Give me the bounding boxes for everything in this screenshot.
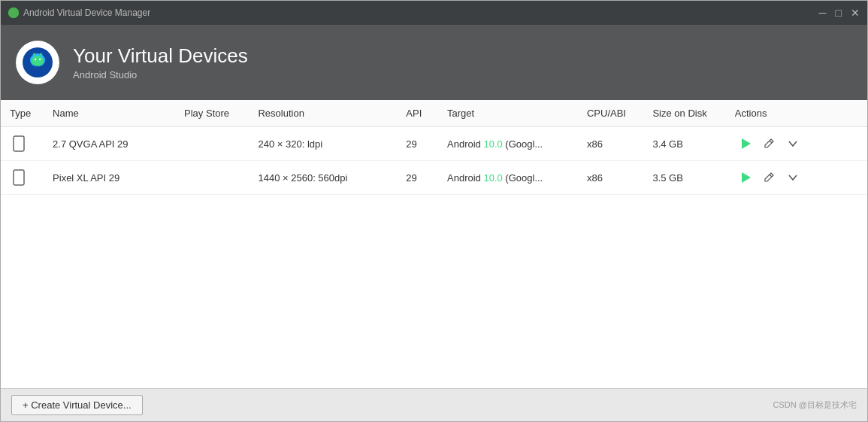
launch-button[interactable] — [735, 135, 756, 153]
target-prefix: Android — [447, 172, 483, 184]
create-virtual-device-button[interactable]: + Create Virtual Device... — [11, 395, 143, 415]
target-prefix: Android — [447, 138, 483, 150]
close-button[interactable]: ✕ — [851, 8, 860, 18]
svg-line-16 — [770, 141, 772, 143]
window-controls: ─ □ ✕ — [819, 8, 860, 18]
header: Your Virtual Devices Android Studio — [1, 25, 867, 100]
cell-playstore — [175, 161, 249, 195]
table-row: Pixel XL API 291440 × 2560: 560dpi29Andr… — [1, 161, 867, 195]
col-header-name: Name — [44, 100, 175, 127]
cell-type — [1, 127, 44, 161]
cell-cpu: x86 — [578, 127, 643, 161]
svg-marker-15 — [742, 138, 751, 149]
edit-button[interactable] — [758, 168, 779, 187]
cell-api: 29 — [397, 127, 438, 161]
edit-icon — [763, 172, 775, 184]
cell-playstore — [175, 127, 249, 161]
main-content: Type Name Play Store Resolution API Targ… — [1, 100, 867, 388]
header-text: Your Virtual Devices Android Studio — [73, 44, 248, 80]
play-icon — [739, 172, 752, 184]
cell-api: 29 — [397, 161, 438, 195]
col-header-size: Size on Disk — [643, 100, 725, 127]
page-subtitle: Android Studio — [73, 69, 248, 80]
col-header-resolution: Resolution — [249, 100, 397, 127]
device-type-icon — [10, 135, 28, 153]
table-header-row: Type Name Play Store Resolution API Targ… — [1, 100, 867, 127]
cell-name: 2.7 QVGA API 29 — [44, 127, 175, 161]
col-header-actions: Actions — [726, 100, 867, 127]
target-version: 10.0 — [483, 138, 502, 150]
watermark: CSDN @目标是技术宅 — [773, 399, 857, 411]
target-version: 10.0 — [483, 172, 502, 184]
cell-resolution: 1440 × 2560: 560dpi — [249, 161, 397, 195]
col-header-api: API — [397, 100, 438, 127]
svg-point-10 — [39, 59, 41, 60]
chevron-down-icon — [787, 138, 799, 150]
cell-target: Android 10.0 (Googl... — [438, 161, 578, 195]
chevron-down-icon — [787, 172, 799, 184]
play-icon — [739, 138, 752, 150]
table-row: 2.7 QVGA API 29240 × 320: ldpi29Android … — [1, 127, 867, 161]
cell-resolution: 240 × 320: ldpi — [249, 127, 397, 161]
titlebar: Android Virtual Device Manager ─ □ ✕ — [1, 1, 867, 25]
cell-size: 3.4 GB — [643, 127, 725, 161]
col-header-target: Target — [438, 100, 578, 127]
dropdown-button[interactable] — [782, 168, 803, 187]
target-suffix: (Googl... — [503, 172, 543, 184]
svg-point-8 — [32, 56, 44, 66]
dropdown-button[interactable] — [782, 135, 803, 153]
cell-cpu: x86 — [578, 161, 643, 195]
page-title: Your Virtual Devices — [73, 44, 248, 68]
cell-type — [1, 161, 44, 195]
app-logo — [16, 41, 59, 84]
col-header-type: Type — [1, 100, 44, 127]
svg-rect-13 — [14, 136, 24, 151]
col-header-playstore: Play Store — [175, 100, 249, 127]
cell-size: 3.5 GB — [643, 161, 725, 195]
launch-button[interactable] — [735, 168, 756, 187]
cell-actions — [726, 161, 867, 195]
svg-line-20 — [770, 175, 772, 177]
maximize-button[interactable]: □ — [836, 8, 842, 18]
target-suffix: (Googl... — [503, 138, 543, 150]
edit-icon — [763, 138, 775, 150]
svg-marker-19 — [742, 172, 751, 183]
titlebar-title: Android Virtual Device Manager — [23, 8, 819, 18]
col-header-cpu: CPU/ABI — [578, 100, 643, 127]
android-studio-logo — [22, 47, 53, 78]
app-icon — [8, 8, 19, 18]
footer: + Create Virtual Device... CSDN @目标是技术宅 — [1, 388, 867, 421]
minimize-button[interactable]: ─ — [819, 8, 827, 18]
svg-point-9 — [35, 59, 36, 60]
cell-actions — [726, 127, 867, 161]
devices-table: Type Name Play Store Resolution API Targ… — [1, 100, 867, 195]
svg-point-0 — [8, 8, 19, 18]
cell-name: Pixel XL API 29 — [44, 161, 175, 195]
svg-rect-17 — [14, 170, 24, 185]
cell-target: Android 10.0 (Googl... — [438, 127, 578, 161]
device-type-icon — [10, 168, 28, 187]
edit-button[interactable] — [758, 135, 779, 153]
